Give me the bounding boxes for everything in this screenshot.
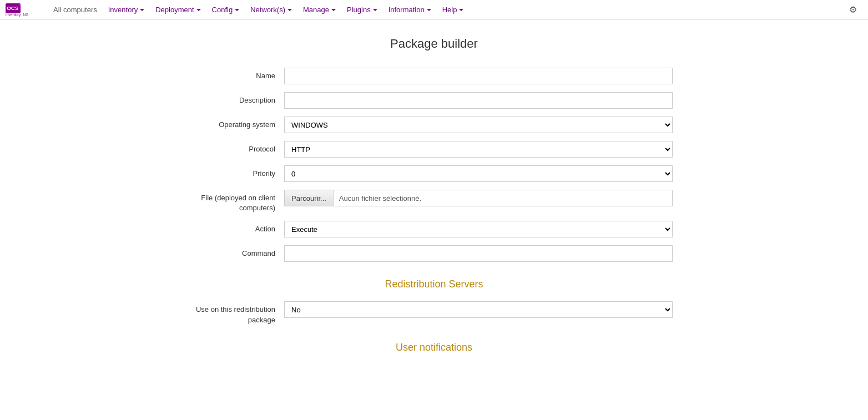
nav-plugins[interactable]: Plugins: [341, 0, 383, 20]
priority-control-wrap: 0 1 2 3 4 5: [284, 165, 673, 182]
nav-manage[interactable]: Manage: [297, 0, 341, 20]
svg-text:NG: NG: [23, 13, 29, 17]
command-label: Command: [195, 245, 284, 259]
nav-items: All computers Inventory Deployment Confi…: [48, 0, 849, 20]
redistrib-label: Use on this redistribution package: [195, 301, 284, 325]
description-control-wrap: [284, 92, 673, 109]
svg-text:OCS: OCS: [7, 5, 19, 11]
name-label: Name: [195, 68, 284, 81]
form-row-action: Action Execute Store Launch Delete: [195, 221, 673, 237]
protocol-control-wrap: HTTP HTTPS BITS: [284, 141, 673, 158]
form-row-file: File (deployed on client computers) Parc…: [195, 190, 673, 213]
nav-networks[interactable]: Network(s): [245, 0, 297, 20]
file-label: File (deployed on client computers): [195, 190, 284, 213]
protocol-label: Protocol: [195, 141, 284, 154]
notifications-section-title: User notifications: [195, 342, 673, 353]
form-row-description: Description: [195, 92, 673, 109]
redistrib-select[interactable]: No Yes: [284, 301, 673, 318]
action-select[interactable]: Execute Store Launch Delete: [284, 221, 673, 237]
chevron-down-icon: [373, 9, 377, 11]
page-title: Package builder: [195, 37, 673, 51]
file-control-wrap: Parcourir... Aucun fichier sélectionné.: [284, 190, 673, 206]
priority-label: Priority: [195, 165, 284, 179]
description-input[interactable]: [284, 92, 673, 109]
name-input[interactable]: [284, 68, 673, 84]
redistrib-control-wrap: No Yes: [284, 301, 673, 318]
nav-deployment[interactable]: Deployment: [150, 0, 206, 20]
form-row-redistrib: Use on this redistribution package No Ye…: [195, 301, 673, 325]
os-label: Operating system: [195, 117, 284, 130]
action-label: Action: [195, 221, 284, 234]
name-control-wrap: [284, 68, 673, 84]
chevron-down-icon: [287, 9, 292, 11]
chevron-down-icon: [331, 9, 336, 11]
file-name-text: Aucun fichier sélectionné.: [334, 194, 427, 203]
gear-icon[interactable]: ⚙: [849, 5, 857, 14]
file-browse-button[interactable]: Parcourir...: [285, 190, 334, 206]
chevron-down-icon: [140, 9, 144, 11]
os-select[interactable]: WINDOWS LINUX MacOS: [284, 117, 673, 133]
description-label: Description: [195, 92, 284, 105]
file-input-wrap: Parcourir... Aucun fichier sélectionné.: [284, 190, 673, 206]
nav-all-computers[interactable]: All computers: [48, 0, 103, 20]
form-row-priority: Priority 0 1 2 3 4 5: [195, 165, 673, 182]
protocol-select[interactable]: HTTP HTTPS BITS: [284, 141, 673, 158]
chevron-down-icon: [427, 9, 431, 11]
main-content: Package builder Name Description Operati…: [184, 20, 684, 381]
nav-config[interactable]: Config: [206, 0, 245, 20]
chevron-down-icon: [459, 9, 463, 11]
svg-text:inventory: inventory: [6, 13, 21, 17]
command-control-wrap: [284, 245, 673, 262]
navbar: OCS inventory NG All computers Inventory…: [0, 0, 868, 20]
brand-logo-wrap[interactable]: OCS inventory NG: [6, 2, 39, 18]
command-input[interactable]: [284, 245, 673, 262]
nav-information[interactable]: Information: [383, 0, 437, 20]
form-row-name: Name: [195, 68, 673, 84]
navbar-right: ⚙: [849, 4, 862, 15]
form-row-os: Operating system WINDOWS LINUX MacOS: [195, 117, 673, 133]
redistribution-section-title: Redistribution Servers: [195, 279, 673, 290]
form-row-protocol: Protocol HTTP HTTPS BITS: [195, 141, 673, 158]
chevron-down-icon: [235, 9, 239, 11]
nav-inventory[interactable]: Inventory: [103, 0, 150, 20]
os-control-wrap: WINDOWS LINUX MacOS: [284, 117, 673, 133]
nav-help[interactable]: Help: [437, 0, 470, 20]
chevron-down-icon: [196, 9, 201, 11]
priority-select[interactable]: 0 1 2 3 4 5: [284, 165, 673, 182]
form-row-command: Command: [195, 245, 673, 262]
action-control-wrap: Execute Store Launch Delete: [284, 221, 673, 237]
